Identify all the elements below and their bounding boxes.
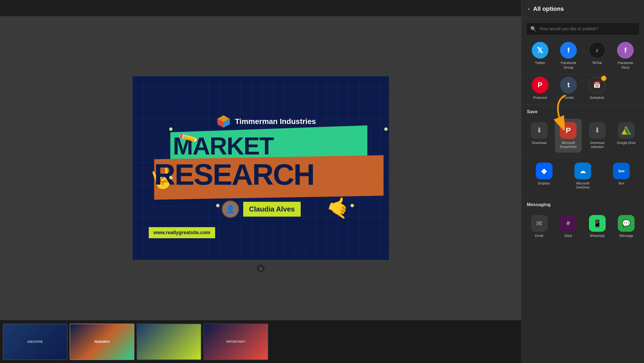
box-icon: box (613, 163, 630, 179)
social-item-pinterest[interactable]: P Pinterest (528, 77, 552, 100)
facebook-group-icon: f (560, 42, 577, 59)
search-input[interactable] (540, 26, 635, 31)
onedrive-label: MicrosoftOneDrive (576, 182, 590, 190)
social-item-schedule[interactable]: 📅 ! Schedule (585, 77, 609, 100)
facebook-story-label: FacebookStory (618, 61, 633, 70)
social-item-tumblr[interactable]: t Tumblr (556, 77, 581, 100)
powerpoint-icon: P (560, 122, 577, 139)
download-selection-label: Downloadselection (590, 141, 604, 149)
design-canvas: Timmerman Industries MARKET RESEARCH 🤘 ✏… (133, 76, 389, 260)
tumblr-label: Tumblr (563, 96, 574, 100)
film-thumb-4[interactable]: OPPORTUNITY (204, 324, 268, 360)
scroll-indicator[interactable]: ∨ (257, 264, 265, 273)
research-text: RESEARCH (154, 157, 314, 191)
powerpoint-label: MicrosoftPowerPoint (560, 141, 577, 149)
msg-item-slack[interactable]: # Slack (555, 212, 582, 241)
schedule-badge: ! (601, 76, 606, 81)
storage-item-onedrive[interactable]: ☁ MicrosoftOneDrive (564, 159, 601, 193)
save-item-powerpoint[interactable]: P MicrosoftPowerPoint (555, 119, 582, 153)
download-selection-icon: ⬇ (589, 122, 606, 139)
box-label: Box (619, 182, 624, 186)
back-button[interactable]: ‹ (528, 5, 530, 12)
canvas-area: Timmerman Industries MARKET RESEARCH 🤘 ✏… (0, 0, 521, 363)
google-drive-svg (621, 126, 631, 135)
tiktok-label: TikTok (592, 61, 602, 65)
name-badge: 👤 Claudia Alves (222, 200, 301, 218)
panel-title: All options (533, 5, 564, 12)
save-item-google-drive[interactable]: Google Drive (613, 119, 640, 153)
url-bar: www.reallygreatsite.com (149, 227, 215, 238)
google-drive-icon (618, 122, 635, 139)
filmstrip: EXECUTIVE RESEARCH OPPORTUNITY (0, 320, 521, 363)
tumblr-icon: t (560, 77, 577, 93)
company-name: Timmerman Industries (235, 117, 316, 126)
selection-handle-2 (384, 127, 388, 131)
schedule-icon-wrapper: 📅 ! (589, 77, 605, 93)
dropbox-icon: ◆ (536, 163, 553, 179)
panel-header: ‹ All options (521, 0, 644, 18)
selection-handle-3 (169, 176, 172, 179)
save-item-download-selection[interactable]: ⬇ Downloadselection (584, 119, 611, 153)
google-drive-label: Google Drive (617, 141, 636, 145)
selection-handle-5 (351, 204, 354, 207)
storage-item-dropbox[interactable]: ◆ Dropbox (526, 159, 562, 193)
email-label: Email (535, 234, 543, 238)
msg-item-email[interactable]: ✉ Email (526, 212, 553, 241)
messaging-grid: ✉ Email # Slack 📱 WhatsApp 💬 iMessage (521, 210, 644, 245)
canvas-wrapper: Timmerman Industries MARKET RESEARCH 🤘 ✏… (0, 16, 521, 320)
download-icon: ⬇ (531, 122, 548, 139)
tiktok-icon: ♪ (589, 42, 605, 59)
msg-item-imessage[interactable]: 💬 iMessage (613, 212, 640, 241)
selection-handle-4 (216, 204, 219, 207)
selection-handle-1 (169, 127, 172, 131)
msg-item-whatsapp[interactable]: 📱 WhatsApp (584, 212, 611, 241)
search-icon: 🔍 (530, 26, 536, 32)
arrow-container: ⬇ Download P MicrosoftPowerPoint ⬇ Downl… (521, 117, 644, 157)
film-thumb-1[interactable]: EXECUTIVE (3, 324, 67, 360)
imessage-label: iMessage (619, 234, 633, 238)
logo-area: Timmerman Industries (216, 114, 316, 129)
social-item-facebook-story[interactable]: f FacebookStory (613, 42, 638, 70)
messaging-section-header: Messaging (521, 198, 644, 210)
social-item-twitter[interactable]: 𝕏 Twitter (528, 42, 552, 70)
whatsapp-icon: 📱 (589, 215, 606, 232)
twitter-label: Twitter (535, 61, 545, 65)
facebook-group-label: FacebookGroup (561, 61, 576, 70)
schedule-label: Schedule (590, 96, 604, 100)
social-row-2: P Pinterest t Tumblr 📅 ! Schedule (521, 75, 644, 105)
avatar: 👤 (222, 200, 239, 218)
download-label: Download (532, 141, 546, 145)
onedrive-icon: ☁ (574, 163, 591, 179)
storage-item-box[interactable]: box Box (603, 159, 640, 193)
imessage-icon: 💬 (618, 215, 635, 232)
name-tag: Claudia Alves (243, 202, 301, 217)
slack-icon: # (560, 215, 577, 232)
film-thumb-2[interactable]: RESEARCH (70, 324, 134, 360)
social-item-facebook-group[interactable]: f FacebookGroup (556, 42, 581, 70)
facebook-story-icon: f (617, 42, 634, 59)
dropbox-label: Dropbox (538, 182, 550, 186)
publish-panel: ‹ All options 🔍 𝕏 Twitter f FacebookGrou… (521, 0, 644, 363)
logo-cube-icon (216, 114, 231, 129)
social-item-tiktok[interactable]: ♪ TikTok (585, 42, 609, 70)
film-thumb-3[interactable] (137, 324, 201, 360)
email-icon: ✉ (531, 215, 548, 232)
top-bar (0, 0, 521, 16)
save-section-header: Save (521, 105, 644, 117)
storage-row: ◆ Dropbox ☁ MicrosoftOneDrive box Box (521, 157, 644, 198)
pinterest-label: Pinterest (533, 96, 547, 100)
social-row-1: 𝕏 Twitter f FacebookGroup ♪ TikTok f Fac… (521, 40, 644, 75)
pinterest-icon: P (532, 77, 548, 93)
whatsapp-label: WhatsApp (590, 234, 605, 238)
search-bar[interactable]: 🔍 (526, 22, 640, 35)
save-grid: ⬇ Download P MicrosoftPowerPoint ⬇ Downl… (521, 117, 644, 157)
save-item-download[interactable]: ⬇ Download (526, 119, 553, 153)
slack-label: Slack (564, 234, 572, 238)
twitter-icon: 𝕏 (532, 42, 548, 59)
